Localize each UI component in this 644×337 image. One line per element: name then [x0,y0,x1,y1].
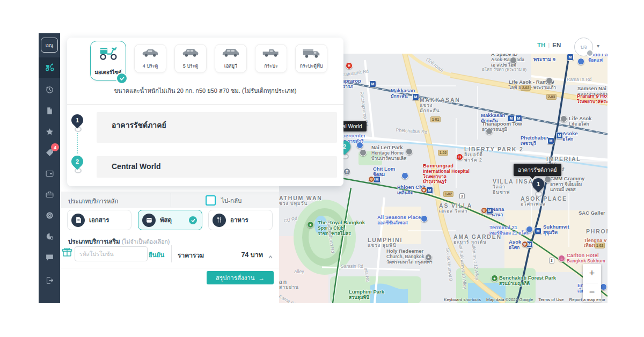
avatar-dropdown-caret[interactable]: ▾ [597,43,599,49]
box-truck-icon [302,48,320,61]
vehicle-option-motorcycle[interactable]: มอเตอร์ไซค์ [90,41,126,80]
extra-service-section-label: ประเภทบริการเสริม (ไม่จำเป็นต้องเลือก) [68,237,170,246]
map-poi-pin-shop [421,215,428,222]
lang-en[interactable]: EN [552,42,561,48]
avatar-status-dot [586,49,594,57]
sidebar-item-favorites[interactable] [39,124,60,141]
arrow-right-icon: → [259,275,265,281]
dropoff-location-input[interactable]: Central World [97,156,337,178]
booking-card: มอเตอร์ไซค์ 4 ประตู [67,38,343,186]
star-icon [45,127,54,138]
row-divider [171,193,171,207]
vehicle-option-sedan[interactable]: 4 ประตู [134,44,166,73]
landmark-icon: Π [343,168,350,175]
suv-car-icon [222,48,240,60]
report-map-error-link[interactable]: Report a map error [569,297,605,302]
pickup-location-value: อาคารรัชต์ภาคย์ [97,112,337,131]
vehicle-option-box-truck[interactable]: กระบะตู้ทึบ [295,44,327,73]
service-option-document[interactable]: เอกสาร [67,210,131,230]
map-poi-pin-shop [577,58,584,65]
sidebar-item-promotions[interactable]: 4 [39,145,60,162]
sidebar-item-chat[interactable] [39,250,60,266]
total-price-label: ราคารวม [178,250,204,260]
user-avatar[interactable]: บจ [574,38,593,56]
road-shield: 1-02 [443,191,453,197]
hatchback-car-icon [181,48,200,60]
document-service-icon [71,214,85,227]
road-shield: 3 [459,193,465,199]
sidebar-item-documents[interactable] [39,104,60,120]
map-poi-pin-gray [406,148,413,155]
lang-separator: | [548,42,550,48]
map-poi-pin-shop [526,226,533,233]
map-location-tooltip: อาคารรัชต์ภาคย์ [514,164,561,176]
road-shield: 3 [549,258,554,263]
transit-station-icon: M [547,137,554,144]
map-poi-pin-park: ♣ [491,275,498,282]
sidebar-item-wallet[interactable] [39,166,60,182]
card-divider [67,104,343,105]
sidebar-item-business[interactable] [39,187,60,203]
transit-station-icon: M [412,93,419,100]
zoom-in-button[interactable]: + [583,264,601,283]
pickup-location-input[interactable]: อาคารรัชต์ภาคย์ [97,112,337,143]
stop-1-pin: 1 [69,112,85,128]
service-label: เอกสาร [89,215,109,225]
stops-dotted-connector [77,133,78,153]
map-poi-pin-church: + [425,254,432,261]
service-option-parcel[interactable]: พัสดุ [138,210,202,230]
terms-of-use-link[interactable]: Terms of Use [538,297,564,302]
vehicle-option-suv[interactable]: เอสยูวี [215,44,247,73]
pie-chart-icon [45,232,54,243]
form-divider [60,268,279,268]
map-poi-pin-gray [510,57,517,64]
summary-submit-button[interactable]: สรุปการสั่งงาน → [207,271,274,284]
route-pin-ring [535,191,543,197]
selected-check-badge [116,72,128,84]
road-shield: 1-01 [430,116,441,122]
restaurant-icon: Ψ [368,176,375,182]
map-poi-pin-gray [560,115,567,122]
service-option-food[interactable]: อาหาร [208,210,273,230]
booking-form-panel: ไป-กลับ ประเภทบริการหลัก เอกสาร พัสดุ อา… [60,192,279,303]
price-divider [171,245,172,262]
collapse-price-chevron[interactable] [268,251,273,261]
map-poi-pin-shop [401,172,408,179]
promo-code-input[interactable] [75,246,148,261]
service-label: อาหาร [230,215,248,225]
pickup-truck-icon [262,48,280,60]
transit-station-icon: M [535,228,541,235]
transit-station-icon: M [369,80,376,87]
lang-th[interactable]: TH [537,42,545,48]
vehicle-option-pickup[interactable]: กระบะ [255,44,287,73]
map-poi-pin-gray [486,128,493,135]
keyboard-shortcuts-link[interactable]: Keyboard shortcuts [444,297,481,302]
sidebar-item-motorcycle-active[interactable] [39,57,60,78]
transit-station-icon: M [515,115,522,122]
sidebar-item-logout[interactable] [39,273,60,289]
restaurant-icon: Ψ [421,187,427,193]
map-poi-pin-hosp: H [456,153,463,160]
food-service-icon [213,214,226,227]
sidebar-item-settings[interactable] [39,208,60,224]
transit-station-icon: M [556,132,563,139]
map-attribution: Keyboard shortcuts Map data ©2022 Google… [444,297,605,302]
restaurant-icon: Ψ [481,207,487,214]
scooter-icon [45,62,55,74]
map-poi-pin-gray [544,176,551,183]
sedan-car-icon [141,48,159,60]
vehicle-label: เอสยูวี [224,62,237,70]
road-shield: 1-02 [438,150,448,156]
menu-button[interactable]: เมนู [41,38,58,53]
gear-icon [45,211,54,222]
sidebar-item-history[interactable] [39,83,60,99]
parcel-service-icon [142,214,156,227]
map-poi-pin-park: ♣ [307,221,314,228]
service-selected-badge [189,216,197,224]
round-trip-checkbox[interactable] [206,195,216,206]
sidebar-item-reports[interactable] [39,229,60,245]
wallet-icon [45,169,54,180]
promo-confirm-link[interactable]: ยืนยัน [149,250,164,260]
map-data-copyright: Map data ©2022 Google [486,297,533,302]
vehicle-option-hatchback[interactable]: 5 ประตู [174,44,207,73]
